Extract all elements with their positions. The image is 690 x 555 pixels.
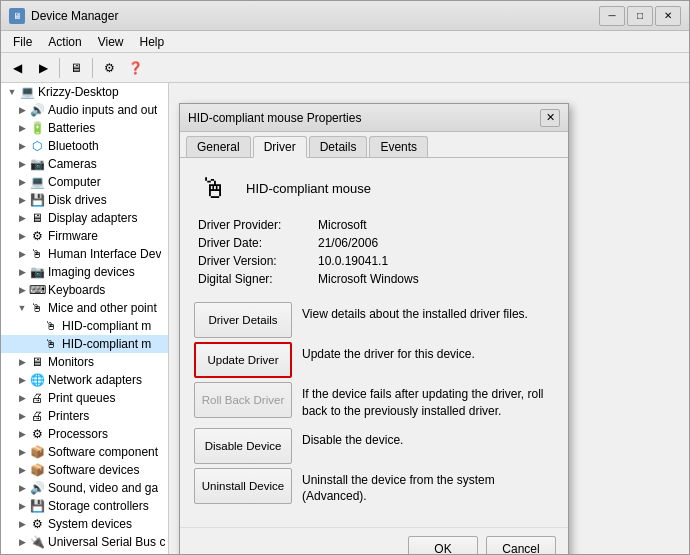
maximize-button[interactable]: □ (627, 6, 653, 26)
tree-item-bluetooth[interactable]: ▶ ⬡ Bluetooth (1, 137, 168, 155)
cameras-expand-icon: ▶ (15, 157, 29, 171)
tree-item-network[interactable]: ▶ 🌐 Network adapters (1, 371, 168, 389)
imaging-expand-icon: ▶ (15, 265, 29, 279)
uninstall-device-row: Uninstall Device Uninstall the device fr… (194, 468, 554, 510)
tree-item-firmware[interactable]: ▶ ⚙ Firmware (1, 227, 168, 245)
keyboards-label: Keyboards (48, 283, 105, 297)
tree-item-printqueues[interactable]: ▶ 🖨 Print queues (1, 389, 168, 407)
close-button[interactable]: ✕ (655, 6, 681, 26)
tree-item-sound[interactable]: ▶ 🔊 Sound, video and ga (1, 479, 168, 497)
hid-label: Human Interface Dev (48, 247, 161, 261)
sound-expand-icon: ▶ (15, 481, 29, 495)
tree-item-hid1[interactable]: 🖱 HID-compliant m (1, 317, 168, 335)
tree-item-mice[interactable]: ▼ 🖱 Mice and other point (1, 299, 168, 317)
dialog-close-button[interactable]: ✕ (540, 109, 560, 127)
hid-expand-icon: ▶ (15, 247, 29, 261)
keyboards-expand-icon: ▶ (15, 283, 29, 297)
softwaredev-label: Software devices (48, 463, 139, 477)
processors-icon: ⚙ (29, 426, 45, 442)
tree-item-usb[interactable]: ▶ 🔌 Universal Serial Bus c (1, 533, 168, 551)
imaging-label: Imaging devices (48, 265, 135, 279)
version-value: 10.0.19041.1 (318, 254, 554, 268)
tab-driver[interactable]: Driver (253, 136, 307, 158)
tree-item-system[interactable]: ▶ ⚙ System devices (1, 515, 168, 533)
device-header: 🖱 HID-compliant mouse (194, 172, 554, 204)
device-manager-window: 🖥 Device Manager ─ □ ✕ File Action View … (0, 0, 690, 555)
scan-button[interactable]: 🖥 (64, 56, 88, 80)
update-driver-desc: Update the driver for this device. (292, 342, 485, 367)
tab-details[interactable]: Details (309, 136, 368, 157)
tree-item-monitors[interactable]: ▶ 🖥 Monitors (1, 353, 168, 371)
disable-device-row: Disable Device Disable the device. (194, 428, 554, 464)
disk-icon: 💾 (29, 192, 45, 208)
tree-item-computer[interactable]: ▶ 💻 Computer (1, 173, 168, 191)
rollback-driver-button[interactable]: Roll Back Driver (194, 382, 292, 418)
hid1-expand-icon (29, 319, 43, 333)
batteries-expand-icon: ▶ (15, 121, 29, 135)
titlebar: 🖥 Device Manager ─ □ ✕ (1, 1, 689, 31)
driver-details-button[interactable]: Driver Details (194, 302, 292, 338)
bluetooth-icon: ⬡ (29, 138, 45, 154)
uninstall-device-button[interactable]: Uninstall Device (194, 468, 292, 504)
bluetooth-label: Bluetooth (48, 139, 99, 153)
tab-general[interactable]: General (186, 136, 251, 157)
cancel-button[interactable]: Cancel (486, 536, 556, 554)
toolbar-separator-2 (92, 58, 93, 78)
computer-expand-icon: ▶ (15, 175, 29, 189)
tree-item-diskdrives[interactable]: ▶ 💾 Disk drives (1, 191, 168, 209)
driver-details-row: Driver Details View details about the in… (194, 302, 554, 338)
firmware-icon: ⚙ (29, 228, 45, 244)
tree-item-batteries[interactable]: ▶ 🔋 Batteries (1, 119, 168, 137)
root-label: Krizzy-Desktop (38, 85, 119, 99)
display-label: Display adapters (48, 211, 137, 225)
properties-dialog: HID-compliant mouse Properties ✕ General… (179, 103, 569, 554)
tab-events[interactable]: Events (369, 136, 428, 157)
help-button[interactable]: ❓ (123, 56, 147, 80)
menu-view[interactable]: View (90, 33, 132, 51)
tree-item-imaging[interactable]: ▶ 📷 Imaging devices (1, 263, 168, 281)
tree-item-processors[interactable]: ▶ ⚙ Processors (1, 425, 168, 443)
batteries-icon: 🔋 (29, 120, 45, 136)
device-tree: ▼ 💻 Krizzy-Desktop ▶ 🔊 Audio inputs and … (1, 83, 169, 554)
back-button[interactable]: ◀ (5, 56, 29, 80)
cameras-label: Cameras (48, 157, 97, 171)
tree-item-hid[interactable]: ▶ 🖱 Human Interface Dev (1, 245, 168, 263)
disable-device-button[interactable]: Disable Device (194, 428, 292, 464)
tree-item-display[interactable]: ▶ 🖥 Display adapters (1, 209, 168, 227)
printqueues-expand-icon: ▶ (15, 391, 29, 405)
hid1-icon: 🖱 (43, 318, 59, 334)
processors-label: Processors (48, 427, 108, 441)
minimize-button[interactable]: ─ (599, 6, 625, 26)
bluetooth-expand-icon: ▶ (15, 139, 29, 153)
toolbar-separator (59, 58, 60, 78)
device-name: HID-compliant mouse (246, 181, 371, 196)
tree-item-softwarecomp[interactable]: ▶ 📦 Software component (1, 443, 168, 461)
properties-button[interactable]: ⚙ (97, 56, 121, 80)
tree-root[interactable]: ▼ 💻 Krizzy-Desktop (1, 83, 168, 101)
storage-icon: 💾 (29, 498, 45, 514)
ok-button[interactable]: OK (408, 536, 478, 554)
tree-item-storage[interactable]: ▶ 💾 Storage controllers (1, 497, 168, 515)
tree-item-printers[interactable]: ▶ 🖨 Printers (1, 407, 168, 425)
update-driver-row: Update Driver Update the driver for this… (194, 342, 554, 378)
usb-label: Universal Serial Bus c (48, 535, 165, 549)
update-driver-button[interactable]: Update Driver (194, 342, 292, 378)
driver-buttons-section: Driver Details View details about the in… (194, 302, 554, 513)
system-expand-icon: ▶ (15, 517, 29, 531)
tree-item-hid2[interactable]: 🖱 HID-compliant m (1, 335, 168, 353)
tree-item-softwaredev[interactable]: ▶ 📦 Software devices (1, 461, 168, 479)
monitors-label: Monitors (48, 355, 94, 369)
tree-item-audio[interactable]: ▶ 🔊 Audio inputs and out (1, 101, 168, 119)
tree-item-cameras[interactable]: ▶ 📷 Cameras (1, 155, 168, 173)
network-icon: 🌐 (29, 372, 45, 388)
menu-file[interactable]: File (5, 33, 40, 51)
softwaredev-expand-icon: ▶ (15, 463, 29, 477)
display-icon: 🖥 (29, 210, 45, 226)
provider-label: Driver Provider: (198, 218, 318, 232)
menu-help[interactable]: Help (132, 33, 173, 51)
forward-button[interactable]: ▶ (31, 56, 55, 80)
tree-item-keyboards[interactable]: ▶ ⌨ Keyboards (1, 281, 168, 299)
main-content: ▼ 💻 Krizzy-Desktop ▶ 🔊 Audio inputs and … (1, 83, 689, 554)
menu-action[interactable]: Action (40, 33, 89, 51)
signer-value: Microsoft Windows (318, 272, 554, 286)
